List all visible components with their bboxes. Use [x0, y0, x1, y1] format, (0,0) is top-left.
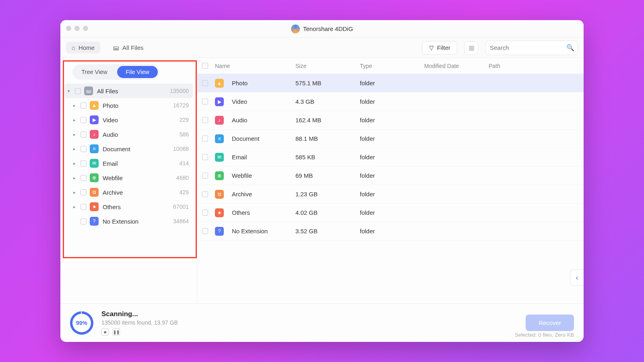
sidebar-item-email[interactable]: ▸ ✉ Email 414: [64, 156, 193, 171]
table-row[interactable]: ⊕Webfile 69 MB folder: [197, 167, 584, 185]
select-all-checkbox[interactable]: [202, 63, 208, 69]
scan-progress: 99%: [70, 311, 93, 335]
disk-icon: 🖴: [84, 86, 93, 95]
table-row[interactable]: ▶Video 4.3 GB folder: [197, 93, 584, 111]
window-controls[interactable]: [66, 26, 88, 31]
collapse-panel-button[interactable]: ‹: [570, 269, 584, 286]
email-icon: ✉: [215, 153, 224, 162]
row-name: No Extension: [232, 228, 268, 234]
sidebar-item-document[interactable]: ▸ ≡ Document 10068: [64, 142, 193, 156]
photo-icon: ▲: [90, 101, 99, 110]
close-icon[interactable]: [66, 26, 71, 31]
checkbox[interactable]: [80, 146, 87, 152]
sidebar-item-photo[interactable]: ▸ ▲ Photo 16729: [64, 98, 193, 113]
main-panel: Name Size Type Modified Date Path ▲Photo…: [197, 58, 584, 303]
checkbox[interactable]: [202, 136, 208, 142]
checkbox[interactable]: [202, 99, 208, 105]
checkbox[interactable]: [80, 132, 87, 138]
sidebar-item-audio[interactable]: ▸ ♪ Audio 586: [64, 127, 193, 142]
checkbox[interactable]: [75, 88, 81, 94]
row-name: Email: [232, 154, 247, 160]
row-name: Others: [232, 209, 250, 216]
row-name: Archive: [232, 191, 252, 197]
sidebar-item-archive[interactable]: ▸ ⧉ Archive 429: [64, 185, 193, 200]
sidebar-item-webfile[interactable]: ▸ ⊕ Webfile 4680: [64, 171, 193, 185]
sidebar-item-all-files[interactable]: ▾ 🖴 All Files 135000: [64, 84, 193, 98]
row-size: 162.4 MB: [295, 117, 360, 123]
row-type: folder: [360, 154, 424, 160]
toolbar: ⌂ Home 🖴 All Files ▽ Filter ▦ 🔍: [60, 38, 584, 58]
table-row[interactable]: ✉Email 585 KB folder: [197, 148, 584, 167]
maximize-icon[interactable]: [83, 26, 88, 31]
checkbox[interactable]: [80, 189, 87, 195]
filter-button[interactable]: ▽ Filter: [422, 41, 457, 55]
tree-view-button[interactable]: Tree View: [74, 66, 115, 78]
checkbox[interactable]: [202, 117, 208, 123]
checkbox[interactable]: [80, 117, 87, 123]
checkbox[interactable]: [80, 204, 87, 210]
stop-button[interactable]: ■: [101, 328, 109, 335]
table-row[interactable]: ?No Extension 3.52 GB folder: [197, 222, 584, 241]
pause-button[interactable]: ❚❚: [113, 328, 120, 335]
footer: 99% Scanning... 135000 items found, 13.9…: [60, 303, 584, 342]
row-name: Document: [232, 135, 259, 142]
row-type: folder: [360, 191, 424, 197]
document-icon: ≡: [90, 144, 99, 153]
grid-view-button[interactable]: ▦: [464, 41, 478, 55]
row-name: Audio: [232, 117, 247, 123]
file-view-button[interactable]: File View: [117, 66, 158, 78]
col-name[interactable]: Name: [215, 63, 295, 69]
webfile-icon: ⊕: [215, 171, 224, 180]
checkbox[interactable]: [202, 210, 208, 216]
row-size: 4.02 GB: [295, 209, 360, 216]
sidebar-item-no-extension[interactable]: ? No Extension 34864: [64, 214, 193, 228]
col-type[interactable]: Type: [360, 63, 424, 69]
chevron-right-icon: ▸: [72, 190, 77, 195]
table-row[interactable]: ≡Document 88.1 MB folder: [197, 130, 584, 148]
row-type: folder: [360, 98, 424, 105]
sidebar: Tree View File View ▾ 🖴 All Files 135000…: [60, 58, 197, 303]
video-icon: ▶: [90, 115, 99, 124]
row-name: Video: [232, 98, 247, 105]
col-size[interactable]: Size: [295, 63, 360, 69]
others-icon: ★: [215, 208, 224, 217]
app-title: Tenorshare 4DDiG: [303, 25, 353, 32]
col-modified[interactable]: Modified Date: [424, 63, 489, 69]
selection-info: Selected: 0 files, Zero KB: [515, 332, 574, 338]
minimize-icon[interactable]: [74, 26, 80, 31]
no extension-icon: ?: [215, 227, 224, 236]
checkbox[interactable]: [80, 175, 87, 181]
table-row[interactable]: ⧉Archive 1.23 GB folder: [197, 185, 584, 204]
app-window: Tenorshare 4DDiG ⌂ Home 🖴 All Files ▽ Fi…: [60, 20, 584, 342]
checkbox[interactable]: [202, 191, 208, 197]
archive-icon: ⧉: [215, 190, 224, 199]
tab-all-files[interactable]: 🖴 All Files: [107, 42, 149, 53]
search-field[interactable]: [490, 44, 566, 51]
row-type: folder: [360, 135, 424, 142]
table-row[interactable]: ♪Audio 162.4 MB folder: [197, 111, 584, 130]
chevron-right-icon: ▸: [72, 103, 77, 108]
checkbox[interactable]: [80, 218, 87, 224]
scan-subtitle: 135000 items found, 13.97 GB: [101, 319, 178, 326]
search-icon: 🔍: [566, 44, 574, 51]
sidebar-item-others[interactable]: ▸ ★ Others 67001: [64, 200, 193, 214]
checkbox[interactable]: [80, 160, 87, 167]
row-size: 88.1 MB: [295, 135, 360, 142]
table-row[interactable]: ▲Photo 575.1 MB folder: [197, 74, 584, 93]
chevron-right-icon: ▸: [72, 132, 77, 137]
checkbox[interactable]: [202, 228, 208, 234]
table-row[interactable]: ★Others 4.02 GB folder: [197, 204, 584, 222]
row-size: 4.3 GB: [295, 98, 360, 105]
checkbox[interactable]: [80, 103, 87, 109]
checkbox[interactable]: [202, 173, 208, 179]
sidebar-item-video[interactable]: ▸ ▶ Video 229: [64, 113, 193, 127]
document-icon: ≡: [215, 134, 224, 143]
checkbox[interactable]: [202, 80, 208, 86]
chevron-right-icon: ▸: [72, 175, 77, 181]
tab-home[interactable]: ⌂ Home: [66, 42, 100, 53]
disk-icon: 🖴: [113, 44, 119, 51]
search-input[interactable]: 🔍: [485, 41, 578, 55]
col-path[interactable]: Path: [489, 63, 580, 69]
recover-button[interactable]: Recover: [526, 315, 574, 331]
checkbox[interactable]: [202, 154, 208, 160]
